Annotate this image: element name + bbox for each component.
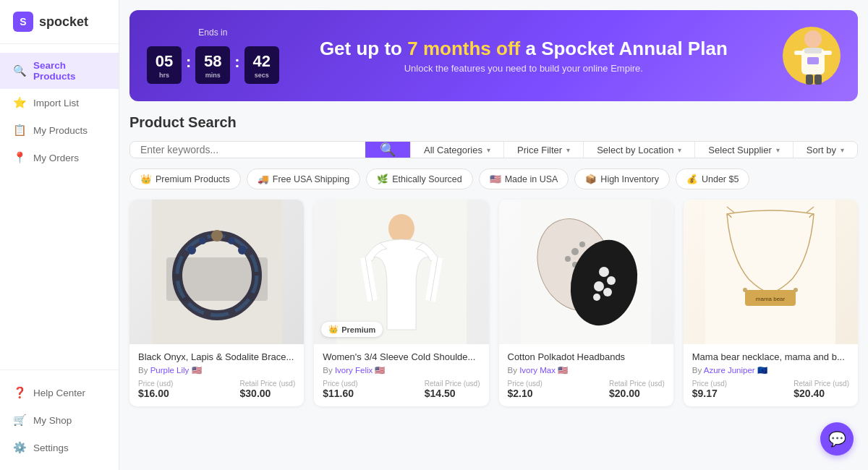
product-info-3: Cotton Polkadot Headbands By Ivory Max 🇺… xyxy=(499,344,673,406)
premium-badge: 👑 Premium xyxy=(321,322,383,337)
chevron-down-icon-3: ▾ xyxy=(678,146,681,154)
retail-val-1: $30.00 xyxy=(240,388,296,399)
svg-rect-5 xyxy=(806,74,813,85)
svg-point-33 xyxy=(607,276,616,285)
banner-illustration xyxy=(768,23,841,88)
chip-made-usa[interactable]: 🇺🇸 Made in USA xyxy=(479,168,569,189)
svg-point-16 xyxy=(187,246,196,255)
necklace-svg: mama bear xyxy=(705,200,835,344)
sidebar-item-my-orders[interactable]: 📍 My Orders xyxy=(0,144,119,171)
retail-group-4: Retail Price (usd) $20.40 xyxy=(793,380,849,399)
sidebar-item-my-products[interactable]: 📋 My Products xyxy=(0,116,119,144)
product-info-4: Mama bear necklace, mama and b... By Azu… xyxy=(684,344,858,406)
price-row-2: Price (usd) $11.60 Retail Price (usd) $1… xyxy=(323,380,480,399)
svg-rect-2 xyxy=(804,48,822,54)
usa-flag-icon: 🇺🇸 xyxy=(490,174,501,184)
banner-title: Get up to 7 months off a Spocket Annual … xyxy=(297,38,751,60)
chat-button[interactable]: 💬 xyxy=(820,422,854,456)
chevron-down-icon-4: ▾ xyxy=(776,146,780,154)
supplier-link-2[interactable]: Ivory Felix xyxy=(335,366,373,375)
price-row-3: Price (usd) $2.10 Retail Price (usd) $20… xyxy=(508,380,665,399)
product-name-2: Women's 3/4 Sleeve Cold Shoulde... xyxy=(323,351,480,362)
main-content: Ends in 05 hrs : 58 mins : 42 secs xyxy=(119,0,868,470)
search-section: Product Search 🔍 All Categories ▾ Price … xyxy=(119,101,868,200)
all-categories-filter[interactable]: All Categories ▾ xyxy=(410,142,503,158)
filter-chips: 👑 Premium Products 🚚 Free USA Shipping 🌿… xyxy=(129,168,858,189)
price-filter-btn[interactable]: Price Filter ▾ xyxy=(503,142,583,158)
sidebar-item-search-products[interactable]: 🔍 Search Products xyxy=(0,53,119,89)
logo-icon: S xyxy=(13,12,33,32)
chevron-down-icon: ▾ xyxy=(487,146,490,154)
chevron-down-icon-2: ▾ xyxy=(566,146,570,154)
supplier-link-1[interactable]: Purple Lily xyxy=(150,366,190,375)
search-icon: 🔍 xyxy=(380,142,396,158)
svg-point-13 xyxy=(228,237,235,244)
svg-point-34 xyxy=(594,281,604,291)
sidebar-item-label-orders: My Orders xyxy=(33,153,79,163)
chip-free-usa[interactable]: 🚚 Free USA Shipping xyxy=(247,168,360,189)
retail-val-3: $20.00 xyxy=(609,388,665,399)
chip-under5[interactable]: 💰 Under $5 xyxy=(676,168,749,189)
money-icon: 💰 xyxy=(686,174,698,184)
svg-point-28 xyxy=(565,256,571,262)
sidebar-item-label-help: Help Center xyxy=(33,388,85,398)
product-card-2[interactable]: 👑 Premium Women's 3/4 Sleeve Cold Should… xyxy=(314,200,488,406)
search-input-wrap xyxy=(130,142,365,158)
svg-rect-37 xyxy=(705,200,835,344)
settings-icon: ⚙️ xyxy=(13,441,26,454)
flag-2: 🇺🇸 xyxy=(375,366,385,375)
chip-high-inv[interactable]: 📦 High Inventory xyxy=(574,168,670,189)
price-group-3: Price (usd) $2.10 xyxy=(508,380,542,399)
leaf-icon: 🌿 xyxy=(377,174,388,184)
supplier-link-4[interactable]: Azure Juniper xyxy=(704,366,755,375)
retail-val-2: $14.50 xyxy=(425,388,480,399)
products-grid: Black Onyx, Lapis & Sodalite Brace... By… xyxy=(119,200,868,416)
product-by-1: By Purple Lily 🇺🇸 xyxy=(138,365,295,375)
sidebar-item-settings[interactable]: ⚙️ Settings xyxy=(0,434,119,461)
import-list-icon: ⭐ xyxy=(13,96,26,109)
my-orders-icon: 📍 xyxy=(13,151,26,164)
svg-point-14 xyxy=(238,246,247,255)
search-input[interactable] xyxy=(140,144,355,155)
chip-premium[interactable]: 👑 Premium Products xyxy=(129,168,241,189)
sidebar-item-label-settings: Settings xyxy=(33,443,69,453)
product-image-4: mama bear xyxy=(684,200,858,344)
search-button[interactable]: 🔍 xyxy=(365,142,410,158)
bracelet-svg xyxy=(152,200,282,344)
price-group-1: Price (usd) $16.00 xyxy=(138,380,173,399)
promo-banner[interactable]: Ends in 05 hrs : 58 mins : 42 secs xyxy=(129,10,858,101)
product-card-4[interactable]: mama bear Mama bear necklace, mama and b… xyxy=(684,200,858,406)
select-location-btn[interactable]: Select by Location ▾ xyxy=(583,142,694,158)
select-supplier-btn[interactable]: Select Supplier ▾ xyxy=(694,142,792,158)
sort-by-btn[interactable]: Sort by ▾ xyxy=(793,142,857,158)
svg-point-0 xyxy=(804,30,822,48)
crown-icon: 👑 xyxy=(140,174,152,184)
price-val-3: $2.10 xyxy=(508,388,542,399)
hours-block: 05 hrs xyxy=(147,46,182,84)
svg-point-15 xyxy=(199,237,206,244)
price-val-1: $16.00 xyxy=(138,388,173,399)
sidebar-item-help-center[interactable]: ❓ Help Center xyxy=(0,379,119,406)
flag-4: 🇪🇺 xyxy=(757,366,767,375)
product-card-1[interactable]: Black Onyx, Lapis & Sodalite Brace... By… xyxy=(129,200,304,406)
product-image-1 xyxy=(129,200,304,344)
scarves-svg xyxy=(521,200,651,344)
sidebar-item-import-list[interactable]: ⭐ Import List xyxy=(0,89,119,116)
sidebar-item-label-shop: My Shop xyxy=(33,415,72,426)
flag-1: 🇺🇸 xyxy=(192,366,202,375)
retail-label-2: Retail Price (usd) xyxy=(425,380,480,388)
retail-group-1: Retail Price (usd) $30.00 xyxy=(240,380,296,399)
search-bar: 🔍 All Categories ▾ Price Filter ▾ Select… xyxy=(129,141,858,158)
app-name: spocket xyxy=(39,14,88,30)
svg-point-12 xyxy=(211,230,223,242)
svg-point-35 xyxy=(603,288,612,296)
price-group-4: Price (usd) $9.17 xyxy=(692,380,727,399)
supplier-link-3[interactable]: Ivory Max xyxy=(519,366,556,375)
product-card-3[interactable]: Cotton Polkadot Headbands By Ivory Max 🇺… xyxy=(499,200,673,406)
retail-label-3: Retail Price (usd) xyxy=(609,380,665,388)
svg-rect-7 xyxy=(807,57,819,64)
ends-in-label: Ends in xyxy=(147,27,279,38)
chip-ethically[interactable]: 🌿 Ethically Sourced xyxy=(366,168,473,189)
sidebar-item-label-search: Search Products xyxy=(33,60,106,82)
sidebar-item-my-shop[interactable]: 🛒 My Shop xyxy=(0,406,119,434)
